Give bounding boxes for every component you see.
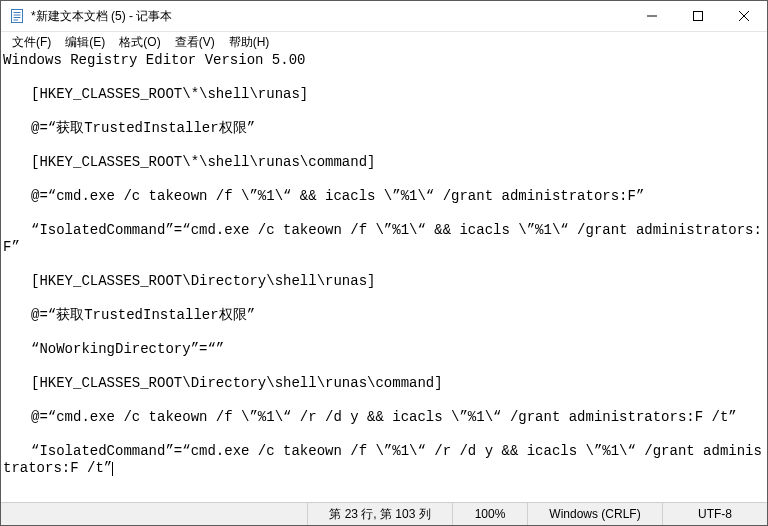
menu-help[interactable]: 帮助(H) (222, 33, 277, 52)
svg-rect-0 (12, 10, 23, 23)
window-title: *新建文本文档 (5) - 记事本 (31, 8, 629, 25)
editor-content[interactable]: Windows Registry Editor Version 5.00 [HK… (1, 52, 767, 477)
titlebar[interactable]: *新建文本文档 (5) - 记事本 (1, 1, 767, 32)
menu-file[interactable]: 文件(F) (5, 33, 58, 52)
close-button[interactable] (721, 1, 767, 31)
statusbar-spacer (1, 503, 307, 525)
status-cursor-position: 第 23 行, 第 103 列 (307, 503, 452, 525)
text-editor[interactable]: Windows Registry Editor Version 5.00 [HK… (1, 52, 767, 502)
status-encoding: UTF-8 (662, 503, 767, 525)
maximize-button[interactable] (675, 1, 721, 31)
menu-edit[interactable]: 编辑(E) (58, 33, 112, 52)
menubar: 文件(F) 编辑(E) 格式(O) 查看(V) 帮助(H) (1, 32, 767, 52)
menu-view[interactable]: 查看(V) (168, 33, 222, 52)
text-caret (112, 462, 113, 476)
svg-rect-6 (694, 12, 703, 21)
menu-format[interactable]: 格式(O) (112, 33, 167, 52)
status-line-ending: Windows (CRLF) (527, 503, 662, 525)
notepad-window: *新建文本文档 (5) - 记事本 文件(F) 编辑(E) 格式(O) 查看(V… (0, 0, 768, 526)
status-zoom: 100% (452, 503, 527, 525)
minimize-button[interactable] (629, 1, 675, 31)
notepad-icon (9, 8, 25, 24)
window-controls (629, 1, 767, 31)
statusbar: 第 23 行, 第 103 列 100% Windows (CRLF) UTF-… (1, 502, 767, 525)
